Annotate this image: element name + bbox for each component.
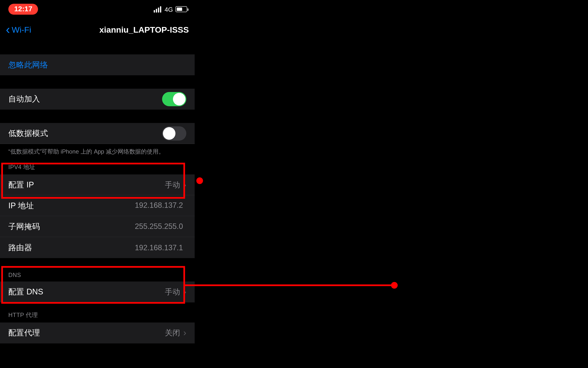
subnet-row: 子网掩码 255.255.255.0 (0, 216, 195, 237)
forget-network-label: 忽略此网络 (8, 59, 186, 70)
back-button[interactable]: ‹ Wi-Fi (6, 23, 31, 36)
configure-ip-row[interactable]: 配置 IP 手动 › (0, 174, 195, 195)
auto-join-toggle[interactable] (162, 92, 186, 106)
ipv4-section-header: IPV4 地址 (0, 164, 195, 174)
configure-dns-value: 手动 (165, 287, 180, 297)
configure-proxy-label: 配置代理 (8, 328, 165, 338)
router-row: 路由器 192.168.137.1 (0, 237, 195, 258)
chevron-left-icon: ‹ (6, 23, 10, 36)
low-data-hint: “低数据模式”可帮助 iPhone 上的 App 减少网络数据的使用。 (0, 144, 195, 156)
forget-network-button[interactable]: 忽略此网络 (0, 54, 195, 75)
auto-join-label: 自动加入 (8, 94, 162, 105)
cellular-signal-icon (154, 6, 161, 13)
battery-icon (175, 6, 187, 12)
configure-ip-label: 配置 IP (8, 179, 165, 190)
chevron-right-icon: › (183, 328, 186, 338)
auto-join-row: 自动加入 (0, 89, 195, 109)
configure-proxy-value: 关闭 (165, 328, 180, 338)
ip-address-row: IP 地址 192.168.137.2 (0, 195, 195, 216)
highlight-connector-line (185, 284, 393, 286)
proxy-section-header: HTTP 代理 (0, 312, 195, 322)
page-title: xianniu_LAPTOP-ISSS (99, 25, 189, 34)
screenshot-wifi-detail: 12:17 4G ‹ Wi-Fi xianniu_LAPTOP-ISSS 忽略此… (0, 0, 195, 368)
status-bar: 12:17 4G (0, 0, 195, 18)
subnet-label: 子网掩码 (8, 221, 135, 232)
highlight-dot (196, 177, 203, 184)
chevron-right-icon: › (183, 179, 186, 190)
low-data-row: 低数据模式 (0, 123, 195, 144)
back-label: Wi-Fi (12, 25, 31, 34)
low-data-toggle[interactable] (162, 126, 186, 140)
dns-section-header: DNS (0, 272, 195, 282)
ip-address-value: 192.168.137.2 (135, 201, 183, 210)
chevron-right-icon: › (183, 287, 186, 297)
router-label: 路由器 (8, 242, 135, 253)
cellular-label: 4G (165, 6, 173, 13)
configure-ip-value: 手动 (165, 180, 180, 190)
configure-dns-label: 配置 DNS (8, 287, 165, 297)
recording-time-pill[interactable]: 12:17 (8, 4, 38, 14)
highlight-dot (391, 282, 398, 289)
configure-dns-row[interactable]: 配置 DNS 手动 › (0, 281, 195, 302)
router-value: 192.168.137.1 (135, 243, 183, 252)
subnet-value: 255.255.255.0 (135, 222, 183, 231)
configure-proxy-row[interactable]: 配置代理 关闭 › (0, 323, 195, 343)
ip-address-label: IP 地址 (8, 200, 135, 211)
low-data-label: 低数据模式 (8, 128, 162, 139)
nav-bar: ‹ Wi-Fi xianniu_LAPTOP-ISSS (0, 18, 195, 41)
